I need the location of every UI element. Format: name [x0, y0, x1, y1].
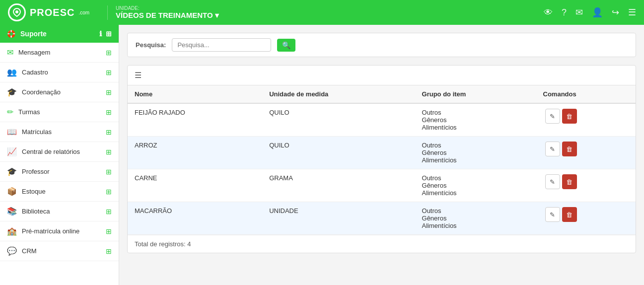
sidebar-label-biblioteca: Biblioteca [22, 208, 50, 215]
support-icon: 🛟 [7, 30, 15, 38]
table-area: ☰ Nome Unidade de medida Grupo do item C… [127, 65, 636, 253]
expand-estoque-icon: ⊞ [106, 188, 112, 196]
items-table: Nome Unidade de medida Grupo do item Com… [128, 85, 636, 235]
expand-pre-matricula-icon: ⊞ [106, 227, 112, 235]
mail-sidebar-icon: ✉ [7, 48, 13, 57]
question-icon[interactable]: ? [562, 7, 567, 18]
grad-sidebar-icon: 🎓 [7, 87, 17, 97]
trash-icon: 🗑 [566, 113, 572, 120]
delete-button[interactable]: 🗑 [562, 109, 577, 124]
cell-unidade: GRAMA [262, 169, 415, 202]
unit-info: UNIDADE: VÍDEOS DE TREINAMENTO ▾ [107, 5, 544, 20]
edit-button[interactable]: ✎ [545, 142, 560, 156]
edit-button[interactable]: ✎ [545, 207, 560, 222]
pencil-sidebar-icon: ✏ [7, 107, 13, 117]
top-navbar: PROESC .com UNIDADE: VÍDEOS DE TREINAMEN… [0, 0, 644, 25]
search-icon: 🔍 [282, 41, 290, 49]
search-input[interactable] [172, 38, 271, 52]
chart-sidebar-icon: 📈 [7, 147, 17, 156]
sidebar-item-coordenacao[interactable]: 🎓 Coordenação ⊞ [0, 82, 119, 102]
table-footer: Total de registros: 4 [128, 235, 636, 253]
col-unidade: Unidade de medida [262, 85, 415, 103]
sidebar-label-estoque: Estoque [22, 188, 46, 195]
unit-name: VÍDEOS DE TREINAMENTO ▾ [116, 11, 544, 20]
sidebar-item-professor[interactable]: 🎓 Professor ⊞ [0, 162, 119, 182]
professor-sidebar-icon: 🎓 [7, 167, 17, 176]
crm-sidebar-icon: 💬 [7, 246, 17, 256]
library-sidebar-icon: 📚 [7, 207, 17, 216]
book-sidebar-icon: 📖 [7, 127, 17, 137]
cell-unidade: QUILO [262, 137, 415, 169]
info-icon[interactable]: ℹ [99, 30, 102, 38]
cell-unidade: QUILO [262, 103, 415, 137]
main-layout: 🛟 Suporte ℹ ⊞ ✉ Mensagem ⊞ 👥 Cadastro ⊞ [0, 25, 644, 285]
delete-button[interactable]: 🗑 [562, 142, 577, 156]
delete-button[interactable]: 🗑 [562, 207, 577, 222]
col-comandos: Comandos [536, 85, 636, 103]
sidebar-item-crm[interactable]: 💬 CRM ⊞ [0, 241, 119, 261]
expand-biblioteca-icon: ⊞ [106, 208, 112, 215]
table-row: CARNEGRAMAOutrosGênerosAlimentícios✎🗑 [128, 169, 636, 202]
logo-com: .com [78, 10, 89, 15]
sidebar-header-icons: ℹ ⊞ [99, 30, 112, 38]
table-toolbar: ☰ [128, 66, 636, 85]
edit-button[interactable]: ✎ [545, 174, 560, 189]
expand-mensagem-icon: ⊞ [106, 49, 112, 57]
expand-icon[interactable]: ⊞ [106, 30, 112, 38]
sidebar-item-biblioteca[interactable]: 📚 Biblioteca ⊞ [0, 202, 119, 221]
table-row: FEIJÃO RAJADOQUILOOutrosGênerosAlimentíc… [128, 103, 636, 137]
sidebar-header: 🛟 Suporte ℹ ⊞ [0, 25, 119, 43]
col-nome: Nome [128, 85, 262, 103]
school-sidebar-icon: 🏫 [7, 226, 17, 236]
cell-nome: MACARRÃO [128, 202, 262, 235]
user-icon[interactable]: 👤 [592, 7, 603, 18]
search-button[interactable]: 🔍 [277, 39, 295, 52]
delete-button[interactable]: 🗑 [562, 174, 577, 189]
menu-icon[interactable]: ☰ [628, 7, 636, 18]
cell-unidade: UNIDADE [262, 202, 415, 235]
sidebar: 🛟 Suporte ℹ ⊞ ✉ Mensagem ⊞ 👥 Cadastro ⊞ [0, 25, 119, 285]
sidebar-item-central-relatorios[interactable]: 📈 Central de relatórios ⊞ [0, 142, 119, 162]
sidebar-label-pre-matricula: Pré-matrícula online [22, 227, 79, 235]
edit-icon: ✎ [550, 145, 555, 153]
cell-nome: FEIJÃO RAJADO [128, 103, 262, 137]
sidebar-label-cadastro: Cadastro [22, 69, 48, 76]
cell-commands: ✎🗑 [536, 103, 636, 137]
eye-icon[interactable]: 👁 [544, 7, 553, 18]
sidebar-label-mensagem: Mensagem [18, 49, 50, 56]
sidebar-item-pre-matricula[interactable]: 🏫 Pré-matrícula online ⊞ [0, 221, 119, 241]
sidebar-label-crm: CRM [22, 247, 37, 255]
edit-icon: ✎ [550, 178, 555, 186]
edit-button[interactable]: ✎ [545, 109, 560, 124]
trash-icon: 🗑 [566, 178, 572, 186]
sidebar-item-cadastro[interactable]: 👥 Cadastro ⊞ [0, 63, 119, 82]
sidebar-item-mensagem[interactable]: ✉ Mensagem ⊞ [0, 43, 119, 63]
sidebar-item-matriculas[interactable]: 📖 Matrículas ⊞ [0, 122, 119, 142]
mail-icon[interactable]: ✉ [575, 7, 583, 18]
cell-commands: ✎🗑 [536, 169, 636, 202]
list-view-icon[interactable]: ☰ [135, 71, 142, 79]
signout-icon[interactable]: ↪ [612, 7, 619, 18]
sidebar-item-turmas[interactable]: ✏ Turmas ⊞ [0, 102, 119, 122]
edit-icon: ✎ [550, 113, 555, 120]
search-label: Pesquisa: [136, 41, 166, 49]
col-grupo: Grupo do item [415, 85, 536, 103]
cell-grupo: OutrosGênerosAlimentícios [415, 137, 536, 169]
main-content: Pesquisa: 🔍 ☰ Nome Unidade de medida Gru… [119, 25, 644, 285]
users-sidebar-icon: 👥 [7, 68, 17, 77]
expand-coordenacao-icon: ⊞ [106, 88, 112, 96]
expand-matriculas-icon: ⊞ [106, 128, 112, 136]
cell-nome: CARNE [128, 169, 262, 202]
cell-grupo: OutrosGênerosAlimentícios [415, 169, 536, 202]
cell-commands: ✎🗑 [536, 202, 636, 235]
expand-professor-icon: ⊞ [106, 168, 112, 176]
logo-area: PROESC .com [8, 3, 107, 21]
sidebar-header-left: 🛟 Suporte [7, 30, 47, 38]
logo-icon [8, 3, 26, 21]
sidebar-label-central: Central de relatórios [22, 148, 80, 155]
sidebar-item-estoque[interactable]: 📦 Estoque ⊞ [0, 182, 119, 202]
sidebar-label-professor: Professor [22, 168, 50, 175]
cell-grupo: OutrosGênerosAlimentícios [415, 202, 536, 235]
expand-turmas-icon: ⊞ [106, 108, 112, 116]
nav-icons: 👁 ? ✉ 👤 ↪ ☰ [544, 7, 636, 18]
